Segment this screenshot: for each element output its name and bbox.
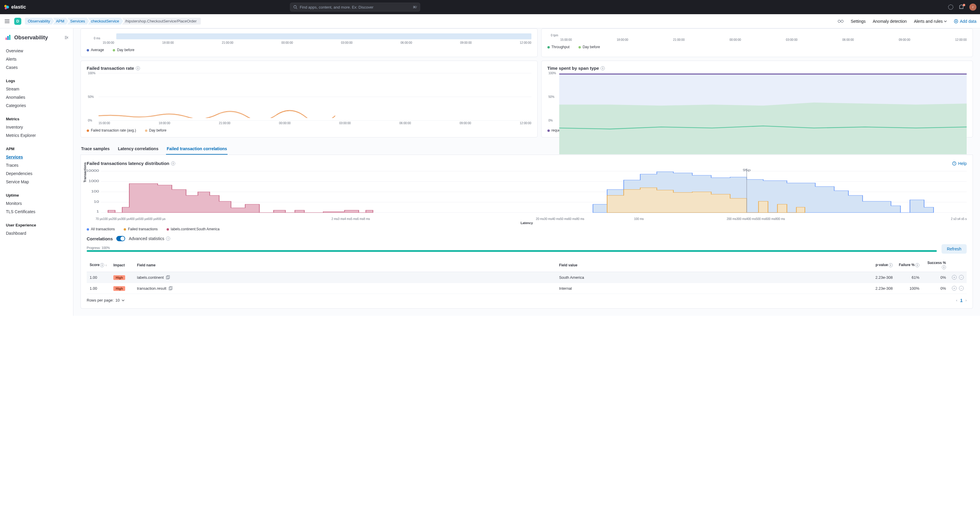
- col-pvalue[interactable]: p-valuei: [869, 258, 896, 272]
- filter-out-button[interactable]: −: [959, 286, 964, 290]
- span-type-chart[interactable]: 100% 50% 0%: [559, 73, 967, 121]
- svg-point-5: [948, 5, 953, 10]
- sidebar-title: Observability: [14, 35, 48, 41]
- throughput-y-tick: 0 tpm: [551, 34, 558, 37]
- nav-services[interactable]: Services: [0, 153, 73, 161]
- breadcrumb-apm[interactable]: APM: [53, 18, 68, 25]
- col-failure[interactable]: Failure %i: [896, 258, 922, 272]
- distribution-chart[interactable]: Transactions 10000 1000 100 10 1: [87, 169, 967, 216]
- svg-text:1000: 1000: [89, 179, 99, 183]
- nav-inventory[interactable]: Inventory: [0, 123, 73, 131]
- prev-page-button[interactable]: ‹: [956, 298, 957, 303]
- filter-in-button[interactable]: +: [952, 286, 957, 290]
- info-icon: i: [942, 265, 946, 269]
- info-icon[interactable]: i: [601, 66, 605, 70]
- legend-fail-day-before[interactable]: Day before: [145, 128, 167, 132]
- nav-monitors[interactable]: Monitors: [0, 199, 73, 208]
- col-field-value[interactable]: Field value: [556, 258, 869, 272]
- table-row[interactable]: 1.00 High labels.continent South America…: [87, 272, 967, 283]
- legend-throughput[interactable]: Throughput: [547, 45, 570, 49]
- latency-mini-chart[interactable]: [116, 33, 531, 39]
- nav-traces[interactable]: Traces: [0, 161, 73, 170]
- space-badge[interactable]: D: [14, 18, 21, 25]
- latency-y-tick: 0 ms: [94, 36, 100, 40]
- add-data-link[interactable]: Add data: [954, 19, 977, 24]
- table-row[interactable]: 1.00 High transaction.result Internal 2.…: [87, 283, 967, 294]
- anomaly-detection-link[interactable]: Anomaly detection: [873, 19, 907, 24]
- search-placeholder: Find apps, content, and more. Ex: Discov…: [300, 5, 410, 10]
- filter-out-button[interactable]: −: [959, 275, 964, 280]
- nav-toggle-button[interactable]: [3, 18, 11, 25]
- inspect-icon[interactable]: [166, 275, 170, 279]
- tab-failed-correlations[interactable]: Failed transaction correlations: [166, 143, 228, 155]
- span-type-panel: Time spent by span typei 100% 50% 0% 14:…: [541, 60, 973, 138]
- filter-in-button[interactable]: +: [952, 275, 957, 280]
- svg-text:100: 100: [91, 190, 99, 193]
- col-success[interactable]: Success %i: [922, 258, 949, 272]
- nav-overview[interactable]: Overview: [0, 47, 73, 55]
- distribution-ylabel: Transactions: [83, 162, 87, 182]
- sort-down-icon: ↓: [105, 263, 107, 266]
- failed-rate-x-axis: 15:00:0018:00:0021:00:0000:00:0003:00:00…: [99, 122, 531, 125]
- nav-dependencies[interactable]: Dependencies: [0, 170, 73, 178]
- svg-text:95p: 95p: [743, 169, 751, 172]
- col-field-name[interactable]: Field name: [134, 258, 556, 272]
- sidebar-collapse-icon[interactable]: [64, 35, 68, 40]
- help-link[interactable]: ?Help: [952, 161, 967, 166]
- nav-stream[interactable]: Stream: [0, 85, 73, 93]
- distribution-panel: Failed transactions latency distribution…: [81, 155, 973, 309]
- nav-service-map[interactable]: Service Map: [0, 178, 73, 186]
- page-1-button[interactable]: 1: [960, 298, 962, 303]
- impact-badge: High: [113, 275, 125, 280]
- failed-rate-chart[interactable]: 100% 50% 0%: [99, 73, 531, 121]
- legend-average[interactable]: Average: [87, 48, 104, 52]
- nav-metrics-explorer[interactable]: Metrics Explorer: [0, 131, 73, 140]
- nav-categories[interactable]: Categories: [0, 101, 73, 110]
- legend-all-transactions[interactable]: All transactions: [87, 227, 115, 231]
- info-icon[interactable]: i: [166, 236, 170, 241]
- legend-failed-transactions[interactable]: Failed transactions: [124, 227, 158, 231]
- svg-point-10: [841, 20, 843, 22]
- plus-circle-icon: [954, 19, 958, 23]
- progress-label: Progress: 100%: [87, 246, 937, 249]
- legend-south-america[interactable]: labels.continent:South America: [167, 227, 220, 231]
- rows-per-page-select[interactable]: Rows per page: 10: [87, 298, 124, 303]
- nav-cases[interactable]: Cases: [0, 63, 73, 71]
- help-icon[interactable]: [948, 5, 953, 10]
- breadcrumb-observability[interactable]: Observability: [25, 18, 54, 25]
- col-impact[interactable]: Impact: [110, 258, 134, 272]
- legend-day-before[interactable]: Day before: [113, 48, 134, 52]
- info-icon[interactable]: i: [171, 162, 175, 166]
- throughput-x-axis: 15:00:0018:00:0021:00:0000:00:0003:00:00…: [560, 38, 967, 41]
- throughput-chart-panel: 0 tpm 15:00:0018:00:0021:00:0000:00:0003…: [541, 29, 973, 57]
- col-score[interactable]: Scorei↓: [87, 258, 110, 272]
- legend-day-before-2[interactable]: Day before: [579, 45, 600, 49]
- nav-alerts[interactable]: Alerts: [0, 55, 73, 63]
- breadcrumb-checkoutservice[interactable]: checkoutService: [88, 18, 123, 25]
- legend-fail-avg[interactable]: Failed transaction rate (avg.): [87, 128, 136, 132]
- inspector-icon[interactable]: [838, 19, 843, 23]
- nav-anomalies[interactable]: Anomalies: [0, 93, 73, 101]
- alerts-rules-dropdown[interactable]: Alerts and rules: [914, 19, 947, 24]
- info-icon: i: [889, 263, 893, 267]
- user-avatar[interactable]: r: [969, 3, 977, 11]
- settings-link[interactable]: Settings: [851, 19, 866, 24]
- throughput-mini-chart[interactable]: [561, 33, 967, 37]
- tab-trace-samples[interactable]: Trace samples: [81, 143, 110, 155]
- nav-dashboard[interactable]: Dashboard: [0, 229, 73, 238]
- info-icon[interactable]: i: [136, 66, 140, 70]
- inspect-icon[interactable]: [169, 286, 173, 290]
- brand-logo[interactable]: elastic: [3, 4, 26, 10]
- nav-tls-certs[interactable]: TLS Certificates: [0, 208, 73, 216]
- next-page-button[interactable]: ›: [966, 298, 967, 303]
- svg-point-2: [5, 7, 7, 10]
- newsfeed-icon[interactable]: [959, 5, 964, 10]
- latency-legend: Average Day before: [87, 48, 531, 52]
- global-search[interactable]: Find apps, content, and more. Ex: Discov…: [290, 3, 420, 11]
- tab-latency-correlations[interactable]: Latency correlations: [118, 143, 159, 155]
- advanced-stats-toggle[interactable]: [116, 236, 125, 241]
- breadcrumbs: Observability APM Services checkoutServi…: [25, 18, 201, 25]
- svg-rect-15: [6, 38, 7, 40]
- breadcrumb-services[interactable]: Services: [67, 18, 89, 25]
- refresh-button[interactable]: Refresh: [942, 244, 967, 254]
